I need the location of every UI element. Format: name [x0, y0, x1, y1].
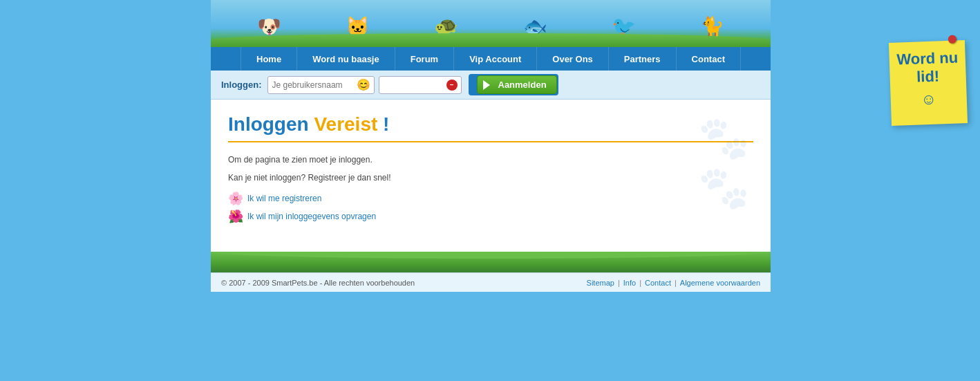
sticky-note-smiley-icon: ☺ — [897, 89, 960, 109]
content-text-2: Kan je niet inloggen? Registreer je dan … — [228, 173, 753, 183]
page-title: Inloggen Vereist ! — [228, 113, 753, 136]
aanmelden-button[interactable]: Aanmelden — [477, 75, 557, 94]
aanmelden-arrow-icon — [483, 80, 490, 90]
register-links: 🌸 Ik wil me registreren 🌺 Ik wil mijn in… — [228, 191, 753, 224]
password-wrap: – — [379, 76, 462, 94]
login-label: Inloggen: — [221, 80, 262, 90]
left-sidebar — [0, 0, 211, 292]
right-sidebar: Word nu lid! ☺ — [771, 0, 980, 292]
nav-over-ons[interactable]: Over Ons — [537, 47, 609, 71]
register-link-row-2: 🌺 Ik wil mijn inloggegevens opvragen — [228, 209, 753, 224]
content-text-1: Om de pagina te zien moet je inloggen. — [228, 155, 753, 165]
footer: © 2007 - 2009 SmartPets.be - Alle rechte… — [211, 272, 771, 292]
register-link[interactable]: Ik wil me registreren — [247, 194, 321, 203]
footer-contact[interactable]: Contact — [645, 279, 671, 287]
register-link-row-1: 🌸 Ik wil me registreren — [228, 191, 753, 206]
smiley-icon: 😊 — [357, 78, 370, 91]
nav-partners[interactable]: Partners — [609, 47, 677, 71]
animal-1: 🐶 — [257, 17, 281, 37]
main-content: 🐶 🐱 🐢 🐟 🐦 🐈 Home Word nu baasje Forum Vi… — [211, 0, 771, 292]
animal-6: 🐈 — [700, 17, 724, 37]
sticky-note-text: Word nu lid! — [896, 48, 959, 87]
footer-voorwaarden[interactable]: Algemene voorwaarden — [680, 279, 760, 287]
footer-sep-3: | — [675, 279, 677, 287]
nav-vip-account[interactable]: Vip Account — [454, 47, 537, 71]
flower-icon-2: 🌺 — [228, 209, 243, 224]
username-wrap: 😊 — [267, 76, 375, 94]
retrieve-login-link[interactable]: Ik wil mijn inloggegevens opvragen — [247, 212, 376, 221]
footer-sitemap[interactable]: Sitemap — [587, 279, 614, 287]
flower-icon-1: 🌸 — [228, 191, 243, 206]
stop-icon: – — [446, 80, 458, 91]
login-bar: Inloggen: 😊 – Aanmelden — [211, 71, 771, 100]
nav-forum[interactable]: Forum — [395, 47, 454, 71]
footer-sep-2: | — [639, 279, 641, 287]
footer-links: Sitemap | Info | Contact | Algemene voor… — [587, 279, 760, 287]
title-underline — [228, 141, 753, 142]
site-header: 🐶 🐱 🐢 🐟 🐦 🐈 — [211, 0, 771, 47]
nav-bar: Home Word nu baasje Forum Vip Account Ov… — [211, 47, 771, 71]
footer-info[interactable]: Info — [623, 279, 636, 287]
nav-word-nu-baasje[interactable]: Word nu baasje — [297, 47, 395, 71]
grass-strip — [211, 33, 771, 47]
sticky-note: Word nu lid! ☺ — [889, 40, 968, 126]
sticky-pin — [948, 35, 957, 44]
nav-home[interactable]: Home — [241, 47, 297, 71]
content-area: 🐾🐾 Inloggen Vereist ! Om de pagina te zi… — [211, 100, 771, 252]
footer-copyright: © 2007 - 2009 SmartPets.be - Alle rechte… — [221, 279, 415, 287]
bottom-grass — [211, 252, 771, 272]
aanmelden-wrapper: Aanmelden — [469, 74, 558, 95]
nav-contact[interactable]: Contact — [677, 47, 741, 71]
footer-sep-1: | — [618, 279, 620, 287]
